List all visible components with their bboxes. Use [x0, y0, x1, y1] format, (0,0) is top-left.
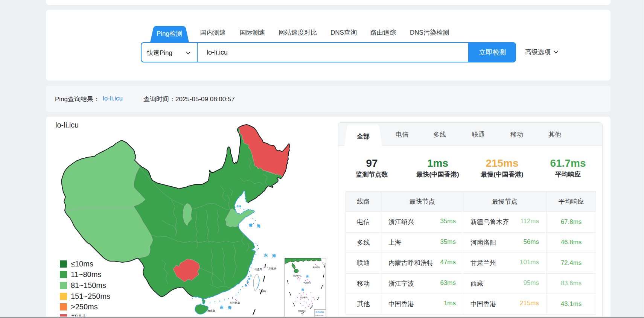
svg-text:南海诸岛: 南海诸岛 — [315, 311, 324, 313]
svg-text:东: 东 — [263, 253, 268, 257]
svg-text:湾: 湾 — [248, 277, 250, 280]
svg-text:海: 海 — [306, 275, 309, 278]
svg-text:黄: 黄 — [248, 223, 253, 227]
svg-text:南沙群岛: 南沙群岛 — [300, 296, 308, 299]
svg-text:海: 海 — [227, 306, 231, 310]
svg-text:南: 南 — [301, 288, 304, 291]
svg-text:峡: 峡 — [245, 284, 248, 287]
svg-text:东沙群岛: 东沙群岛 — [312, 266, 320, 269]
svg-text:海: 海 — [256, 224, 260, 228]
svg-text:赤尾屿: 赤尾屿 — [268, 267, 276, 270]
svg-text:钓鱼岛: 钓鱼岛 — [254, 268, 262, 271]
svg-text:南: 南 — [220, 305, 224, 309]
svg-text:东沙群岛: 东沙群岛 — [230, 301, 240, 304]
svg-text:中沙群岛: 中沙群岛 — [303, 281, 311, 284]
svg-text:西沙群岛: 西沙群岛 — [293, 274, 301, 277]
svg-text:海: 海 — [272, 254, 276, 258]
svg-text:海南岛: 海南岛 — [207, 309, 215, 312]
svg-text:曾母暗沙: 曾母暗沙 — [298, 310, 306, 312]
svg-text:台: 台 — [250, 274, 252, 277]
svg-text:渤 海: 渤 海 — [236, 205, 241, 208]
